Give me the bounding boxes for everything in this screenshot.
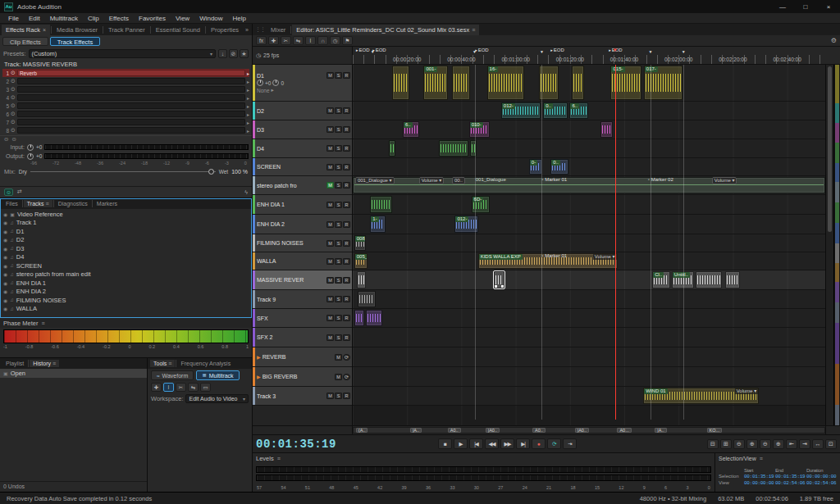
enh-dia-1-r-button[interactable]: R [343,202,350,208]
input-gain-knob[interactable] [27,144,34,151]
sfx-2-r-button[interactable]: R [343,334,350,341]
tab-tools[interactable]: Tools≡ [150,360,175,367]
pan-knob[interactable] [272,79,279,86]
slip-tool-icon[interactable]: ⇆ [293,36,304,45]
walla-r-button[interactable]: R [343,258,350,265]
track-list-item-stereo-patch-from-main-edit[interactable]: ◉♫stereo patch from main edit [0,270,252,279]
track-3-m-button[interactable]: M [326,393,334,399]
sfx-r-button[interactable]: R [343,315,350,321]
filming-noises-m-button[interactable]: M [326,240,334,247]
tab-properties[interactable]: Properties [207,25,243,35]
clip-dropdown[interactable]: 001_Dialogue [476,177,506,182]
track-header-screen[interactable]: SCREENMSR [253,158,352,176]
power-icon[interactable]: ⊙ [11,94,16,101]
d3-m-button[interactable]: M [326,126,334,133]
zoom-out-full-button[interactable]: ⊟ [707,439,719,449]
tab-editor[interactable]: Editor: ASICS_Little Reminders_DC Cut 02… [292,25,479,35]
enh-dia-2-s-button[interactable]: S [335,221,342,228]
clip-0[interactable]: 0.. [550,159,568,175]
marker-icon[interactable]: ▼ [682,49,686,54]
zoom-in-point-button[interactable]: ⊞ [720,439,732,449]
visibility-icon[interactable]: ◉ [3,211,7,217]
track-header-reverb[interactable]: ▶REVERBM⟳ [253,347,352,367]
massive-rever-s-button[interactable]: S [335,277,342,284]
effect-slot-3[interactable]: 3⊙▸ [2,85,249,93]
track-header-massive-rever[interactable]: MASSIVE REVERMSR [253,270,352,290]
stereo-patch-fro-m-button[interactable]: M [326,182,334,188]
eod-marker[interactable]: ▸EOD [475,48,489,52]
track-lane-sfx[interactable] [353,309,825,328]
track-list-item-d1[interactable]: ◉♫D1 [0,227,252,236]
record-button[interactable]: ● [532,438,546,449]
clip-6[interactable]: 6.. [403,121,419,138]
slot-arrow-icon[interactable]: ▸ [247,87,249,93]
move-tool-icon[interactable]: ✚ [268,36,279,45]
track-lane-sfx-2[interactable] [353,328,825,347]
screen-m-button[interactable]: M [326,164,334,170]
visibility-icon[interactable]: ◉ [3,220,7,225]
tab-files[interactable]: Files [2,200,21,207]
clip-001[interactable]: 001- [423,66,448,100]
vertical-scrollbar[interactable] [825,65,833,425]
clip-dropdown[interactable]: 001_Dialogue ▾ [355,177,395,184]
track-list-item-d4[interactable]: ◉♫D4 [0,253,252,262]
visibility-icon[interactable]: ◉ [3,237,7,243]
clip[interactable] [470,140,477,157]
settings-gear-icon[interactable]: ⚙ [831,37,837,44]
track-lane-reverb[interactable] [353,347,825,367]
track-list-item-walla[interactable]: ◉♫WALLA [0,305,252,314]
clip-005-a[interactable]: 005_a [354,253,368,269]
stop-button[interactable]: ■ [438,438,452,449]
panel-menu-icon[interactable]: ≡ [277,456,281,461]
rack-process-icon[interactable]: ϟ [244,189,248,195]
open-mixer-icon[interactable]: ⟳ [343,374,350,380]
panel-menu-icon[interactable]: ≡ [52,361,56,366]
clip-0[interactable]: 0.. [543,102,567,119]
input-assignment[interactable]: None [257,88,270,93]
tab-markers[interactable]: Markers [94,200,121,207]
d2-r-button[interactable]: R [343,107,350,114]
track-lane-d2[interactable]: 012-0..6.. [353,102,825,120]
marker-icon[interactable]: ▼ [540,49,544,54]
clip-16[interactable]: 16- [487,66,525,100]
visibility-icon[interactable]: ◉ [3,280,7,286]
workspace-dropdown[interactable]: Edit Audio to Video▾ [185,394,249,403]
d3-r-button[interactable]: R [343,126,350,133]
d4-r-button[interactable]: R [343,145,350,152]
clip-0[interactable]: 0- [529,159,542,175]
clip[interactable] [452,66,470,100]
track-header-walla[interactable]: WALLAMSR [253,252,352,270]
track-header-enh-dia-2[interactable]: ENH DIA 2MSR [253,215,352,234]
navigator-clip-chip[interactable]: A0... [617,428,631,433]
enh-dia-2-m-button[interactable]: M [326,221,334,228]
time-selection-tool[interactable]: I [163,383,174,392]
clip[interactable] [696,271,722,288]
clip-008-e[interactable]: 008_e [354,235,366,251]
skip-selection-button[interactable]: ⇥ [563,438,577,449]
big-reverb-m-button[interactable]: M [335,374,342,380]
scrollbar-thumb[interactable] [828,66,832,232]
navigator-clip-chip[interactable]: |A.. [410,428,422,433]
menu-view[interactable]: View [171,15,194,22]
clip[interactable] [392,66,409,100]
clip[interactable] [725,271,740,288]
track-lane-enh-dia-1[interactable]: 6D- [353,195,825,215]
favorite-preset-icon[interactable]: ★ [240,49,249,58]
power-icon[interactable]: ⊙ [11,102,16,109]
clip[interactable] [600,121,613,138]
d4-s-button[interactable]: S [335,145,342,152]
close-tab-icon[interactable]: × [43,27,46,33]
navigator-clip-chip[interactable]: (A.. [356,428,368,433]
clip-dropdown[interactable]: Volume ▾ [419,177,445,184]
d2-s-button[interactable]: S [335,107,342,114]
track-header-sfx[interactable]: SFXMSR [253,309,352,328]
track-lane-filming-noises[interactable]: 008_e [353,234,825,252]
marker-icon[interactable]: ▼ [371,49,375,54]
track-lane-track-3[interactable]: WIND 01Volume ▾ [353,387,825,406]
visibility-icon[interactable]: ◉ [3,297,7,303]
fast-forward-button[interactable]: ▶▶ [500,438,514,449]
track-header-d3[interactable]: D3MSR [253,120,352,139]
tab-clip-effects[interactable]: Clip Effects [2,37,48,46]
screen-s-button[interactable]: S [335,164,342,170]
razor-tool[interactable]: ✂ [176,383,186,392]
